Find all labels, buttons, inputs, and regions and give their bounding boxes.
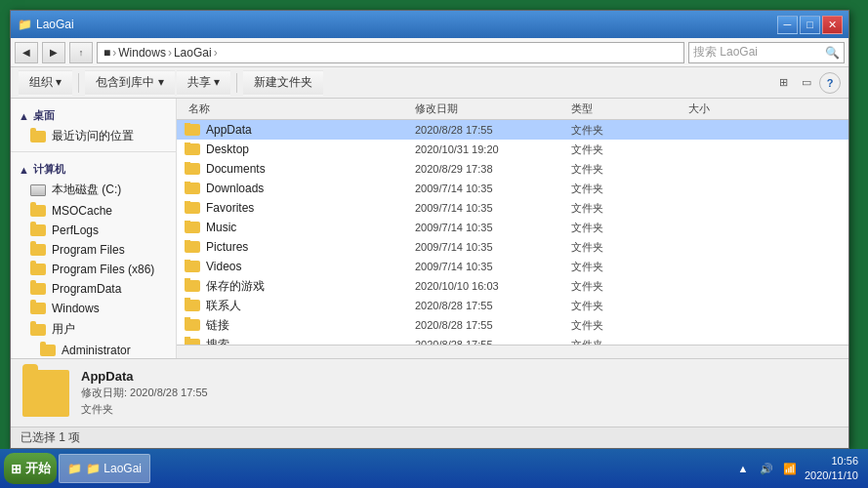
sidebar-item-perflogs[interactable]: PerfLogs [11,221,176,240]
col-header-name[interactable]: 名称 [181,102,415,116]
file-rows: AppData2020/8/28 17:55文件夹Desktop2020/10/… [177,120,848,345]
search-icon: 🔍 [825,46,840,60]
start-label: 开始 [25,460,51,477]
folder-icon [30,131,46,142]
file-date: 2020/8/28 17:55 [415,300,571,311]
table-row[interactable]: 联系人2020/8/28 17:55文件夹 [177,296,848,315]
file-type: 文件夹 [571,240,688,255]
view-list-button[interactable]: ⊞ [772,72,794,94]
folder-icon [185,124,200,136]
table-row[interactable]: AppData2020/8/28 17:55文件夹 [177,120,848,140]
file-name: 链接 [206,317,229,334]
clock-time: 10:56 [805,454,858,468]
table-row[interactable]: Downloads2009/7/14 10:35文件夹 [177,179,848,198]
tray-expand-icon[interactable]: ▲ [734,460,752,477]
file-name: AppData [206,123,252,137]
sidebar-section-computer[interactable]: ▲ 计算机 [11,156,176,179]
file-name: Music [206,221,236,234]
table-row[interactable]: Music2009/7/14 10:35文件夹 [177,218,848,237]
folder-icon [185,222,200,233]
folder-icon [185,143,200,155]
file-type: 文件夹 [571,318,688,333]
folder-icon [30,224,46,236]
table-row[interactable]: 链接2020/8/28 17:55文件夹 [177,315,848,335]
info-name: AppData [81,369,208,384]
clock[interactable]: 10:56 2020/11/10 [805,454,858,484]
info-folder-icon [22,370,69,417]
clock-date: 2020/11/10 [805,468,858,483]
file-type: 文件夹 [571,182,688,196]
col-header-size[interactable]: 大小 [688,102,786,116]
folder-icon [30,324,46,336]
back-button[interactable]: ◀ [15,42,38,63]
file-type: 文件夹 [571,162,688,177]
view-details-button[interactable]: ▭ [796,72,817,94]
sidebar-section-favorites[interactable]: ▲ 桌面 [11,102,176,125]
sidebar-item-c-drive[interactable]: 本地磁盘 (C:) [11,179,176,201]
folder-icon [185,319,200,331]
col-header-date[interactable]: 修改日期 [415,102,571,116]
status-text: 已选择 1 项 [21,429,80,446]
window-title: LaoGai [36,18,777,31]
sidebar-item-administrator[interactable]: Administrator [11,341,176,358]
table-row[interactable]: 搜索2020/8/28 17:55文件夹 [177,335,848,345]
folder-icon [30,205,46,217]
up-button[interactable]: ↑ [69,42,93,63]
sidebar-item-users[interactable]: 用户 [11,318,176,341]
search-placeholder: 搜索 LaoGai [693,44,758,61]
table-row[interactable]: Documents2020/8/29 17:38文件夹 [177,159,848,179]
sidebar-c-label: 本地磁盘 (C:) [52,182,121,198]
minimize-button[interactable]: ─ [777,16,798,34]
folder-icon [185,202,200,214]
file-date: 2020/8/29 17:38 [415,163,571,175]
sidebar-item-programdata[interactable]: ProgramData [11,279,176,299]
sidebar-item-recent[interactable]: 最近访问的位置 [11,125,176,147]
sidebar-item-program-files-x86[interactable]: Program Files (x86) [11,260,176,279]
close-button[interactable]: ✕ [822,16,843,34]
file-name: Desktop [206,142,249,156]
sidebar-item-windows[interactable]: Windows [11,299,176,318]
folder-icon [30,244,46,256]
share-button[interactable]: 共享 ▾ [177,70,230,96]
view-controls: ⊞ ▭ ? [772,72,841,94]
sidebar-users-label: 用户 [52,321,75,338]
table-row[interactable]: Pictures2009/7/14 10:35文件夹 [177,237,848,257]
file-date: 2009/7/14 10:35 [415,261,571,272]
sidebar-item-msocache[interactable]: MSOCache [11,201,176,221]
folder-icon [40,345,56,356]
taskbar-item-explorer[interactable]: 📁 📁 LaoGai [59,454,150,483]
folder-icon [185,183,200,194]
forward-button[interactable]: ▶ [42,42,65,63]
horizontal-scrollbar[interactable] [177,345,848,358]
sidebar-item-program-files[interactable]: Program Files [11,240,176,260]
main-content: ▲ 桌面 最近访问的位置 ▲ 计算机 本地磁盘 (C:) MSOCache [11,99,848,358]
maximize-button[interactable]: □ [800,16,820,34]
help-button[interactable]: ? [819,72,841,94]
file-name: Favorites [206,201,254,215]
address-field[interactable]: ■ › Windows › LaoGai › [97,42,684,63]
tray-volume-icon[interactable]: 🔊 [758,460,775,477]
search-box[interactable]: 搜索 LaoGai 🔍 [688,42,845,63]
toolbar: 组织 ▾ 包含到库中 ▾ 共享 ▾ 新建文件夹 ⊞ ▭ ? [11,67,848,99]
tray-network-icon[interactable]: 📶 [781,460,799,477]
file-name: Videos [206,260,241,273]
system-tray: ▲ 🔊 📶 10:56 2020/11/10 [734,454,864,484]
file-name: Downloads [206,182,264,195]
sidebar-favorites-label: 桌面 [33,108,55,123]
table-row[interactable]: 保存的游戏2020/10/10 16:03文件夹 [177,276,848,296]
breadcrumb-laogai: LaoGai [174,46,212,60]
sidebar-pf-label: Program Files [52,243,125,257]
table-row[interactable]: Favorites2009/7/14 10:35文件夹 [177,198,848,218]
start-button[interactable]: ⊞ 开始 [4,453,57,484]
new-folder-button[interactable]: 新建文件夹 [243,70,323,96]
file-date: 2020/8/28 17:55 [415,124,571,136]
collapse-icon-2: ▲ [19,164,29,176]
col-header-type[interactable]: 类型 [571,102,688,116]
table-row[interactable]: Desktop2020/10/31 19:20文件夹 [177,140,848,159]
table-row[interactable]: Videos2009/7/14 10:35文件夹 [177,257,848,276]
organize-button[interactable]: 组织 ▾ [19,70,72,96]
sidebar-progdata-label: ProgramData [52,282,121,296]
include-library-button[interactable]: 包含到库中 ▾ [85,70,174,96]
collapse-icon: ▲ [19,110,29,122]
file-name: 搜索 [206,337,229,346]
